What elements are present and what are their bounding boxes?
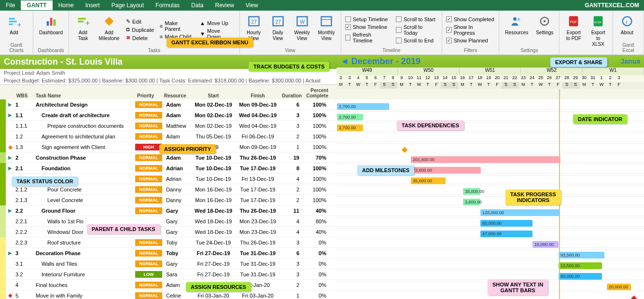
finish-date[interactable]: Fri 06-Dec-19	[236, 134, 280, 139]
dashboard-button[interactable]: Dashboard	[36, 12, 66, 48]
task-name[interactable]: Prepare construction documents	[34, 123, 135, 129]
priority-badge[interactable]: NORMAL	[135, 165, 162, 172]
resource-cell[interactable]: Adam	[162, 112, 191, 118]
resource-cell[interactable]: Matthew	[162, 123, 191, 129]
priority-badge[interactable]: NORMAL	[135, 112, 162, 119]
gantt-bar[interactable]: 80,000.00	[559, 273, 602, 280]
resource-cell[interactable]: Sara	[162, 272, 191, 277]
gantt-bar[interactable]: 201,800.00	[411, 156, 560, 163]
refresh-timeline-check[interactable]: Refresh Timeline	[344, 31, 393, 44]
milestone-marker[interactable]: ◆	[402, 145, 407, 154]
priority-badge[interactable]: NORMAL	[135, 154, 162, 161]
expand-toggle[interactable]: ▶	[6, 112, 14, 118]
task-name[interactable]: Foundation	[34, 165, 135, 171]
menu-review[interactable]: Review	[209, 0, 239, 10]
show-planned-check[interactable]: ✓Show Planned	[445, 37, 496, 44]
col-finish[interactable]: Finish	[236, 93, 280, 98]
priority-badge[interactable]: NORMAL	[135, 292, 162, 299]
resource-cell[interactable]: Gary	[162, 261, 191, 267]
expand-toggle[interactable]: ◆	[6, 292, 14, 299]
priority-badge[interactable]: NORMAL	[135, 176, 162, 182]
start-date[interactable]: Fri 27-Dec-19	[191, 250, 236, 256]
task-name[interactable]: Ground Floor	[34, 208, 135, 214]
setup-timeline-check[interactable]: Setup Timeline	[344, 16, 393, 23]
priority-badge[interactable]: LOW	[135, 271, 162, 278]
start-date[interactable]: Fri 27-Dec-19	[191, 272, 236, 277]
start-date[interactable]: Tue 10-Dec-19	[191, 155, 236, 161]
task-name[interactable]: Move in with Family	[34, 293, 135, 299]
task-name[interactable]: Walls to 1st Flo	[34, 218, 135, 224]
task-name[interactable]: Agreement to architectural plan	[34, 134, 135, 139]
priority-badge[interactable]: NORMAL	[135, 239, 162, 246]
finish-date[interactable]: Thu 26-Dec-19	[236, 240, 280, 245]
priority-badge[interactable]: NORMAL	[135, 133, 162, 140]
gantt-bar[interactable]: 3,800.00	[463, 199, 480, 205]
task-name[interactable]: Walls and Tiles	[34, 261, 135, 267]
task-name[interactable]: Roof structure	[34, 240, 135, 245]
start-date[interactable]: Wed 18-Dec-19	[191, 229, 236, 235]
finish-date[interactable]: Tue 31-Dec-19	[236, 250, 280, 256]
start-date[interactable]: Mon 02-Dec-19	[191, 102, 236, 108]
finish-date[interactable]: Thu 26-Dec-19	[236, 208, 280, 214]
show-inprogress-check[interactable]: ✓Show In Progress	[445, 24, 496, 36]
gantt-bar[interactable]: 13,500.00	[559, 262, 602, 269]
task-name[interactable]: Level Concrete	[34, 197, 135, 203]
resource-cell[interactable]: Toby	[162, 250, 191, 256]
menu-gantt[interactable]: GANTT	[21, 0, 52, 10]
resource-cell[interactable]: Adrian	[162, 176, 191, 182]
show-completed-check[interactable]: ✓Show Completed	[445, 16, 496, 23]
task-name[interactable]: Architectural Design	[34, 102, 135, 108]
task-name[interactable]: Decoration Phase	[34, 250, 135, 256]
finish-date[interactable]: Fri 03-Jan-20	[236, 293, 280, 299]
start-date[interactable]: Tue 24-Dec-19	[191, 240, 236, 245]
expand-toggle[interactable]: ▶	[6, 208, 14, 213]
gantt-bar[interactable]: 73,800.00	[411, 167, 481, 174]
gantt-bar[interactable]: 2,700.00	[337, 103, 389, 110]
priority-badge[interactable]: HIGH	[135, 144, 162, 150]
resource-cell[interactable]: Adam	[162, 155, 191, 161]
priority-badge[interactable]: NORMAL	[135, 282, 162, 288]
finish-date[interactable]: Mon 23-Dec-19	[236, 218, 280, 224]
col-resource[interactable]: Resource	[162, 93, 191, 98]
start-date[interactable]: Fri 27-Dec-19	[191, 261, 236, 267]
expand-toggle[interactable]: ▶	[6, 165, 14, 171]
gantt-bar[interactable]: 128,000.00	[480, 209, 560, 216]
start-date[interactable]: Mon 16-Dec-19	[191, 187, 236, 192]
finish-date[interactable]: Mon 23-Dec-19	[236, 229, 280, 235]
task-name[interactable]: Construction Phase	[34, 155, 135, 161]
gantt-bar[interactable]: 2,700.00	[337, 124, 363, 131]
resource-cell[interactable]: Celine	[162, 293, 191, 299]
menu-home[interactable]: Home	[53, 0, 80, 10]
gantt-bar[interactable]: 65,000.00	[480, 220, 532, 227]
add-task-button[interactable]: + Add Task	[72, 12, 94, 48]
resource-cell[interactable]: Danny	[162, 197, 191, 203]
gantt-bar[interactable]: 35,000.00	[411, 177, 446, 184]
finish-date[interactable]: Tue 17-Dec-19	[236, 187, 280, 192]
start-date[interactable]: Mon 02-Dec-19	[191, 112, 236, 118]
make-parent-button[interactable]: ≡Make Parent	[158, 20, 196, 32]
priority-badge[interactable]: NORMAL	[135, 186, 162, 193]
expand-toggle[interactable]: ▶	[6, 102, 14, 107]
monthly-view-button[interactable]: Monthly View	[315, 12, 338, 48]
show-timeline-check[interactable]: ✓Show Timeline	[344, 24, 393, 30]
start-date[interactable]: Tue 10-Dec-19	[191, 165, 236, 171]
finish-date[interactable]: Wed 04-Dec-19	[236, 112, 280, 118]
resource-cell[interactable]: Gary	[162, 229, 191, 235]
weekly-view-button[interactable]: WWeekly View	[291, 12, 313, 48]
finish-date[interactable]: Tue 31-Dec-19	[236, 272, 280, 277]
move-up-button[interactable]: ▲Move Up	[198, 20, 236, 27]
priority-badge[interactable]: NORMAL	[135, 250, 162, 257]
start-date[interactable]: Tue 10-Dec-19	[191, 176, 236, 182]
scroll-today-check[interactable]: Scroll to Today	[395, 24, 439, 36]
finish-date[interactable]: Tue 17-Dec-19	[236, 165, 280, 171]
col-taskname[interactable]: Task Name	[34, 93, 135, 98]
gantt-bar[interactable]: 20,000.00	[607, 284, 631, 290]
resource-cell[interactable]: Gary	[162, 208, 191, 214]
scroll-start-check[interactable]: Scroll to Start	[395, 16, 439, 23]
menu-formulas[interactable]: Formulas	[150, 0, 185, 10]
duplicate-button[interactable]: ⧉Duplicate	[124, 26, 156, 33]
finish-date[interactable]: Mon 09-Dec-19	[236, 102, 280, 108]
delete-button[interactable]: ✖Delete	[124, 34, 156, 41]
export-pdf-button[interactable]: PDFExport to PDF	[562, 12, 585, 53]
menu-data[interactable]: Data	[185, 0, 209, 10]
